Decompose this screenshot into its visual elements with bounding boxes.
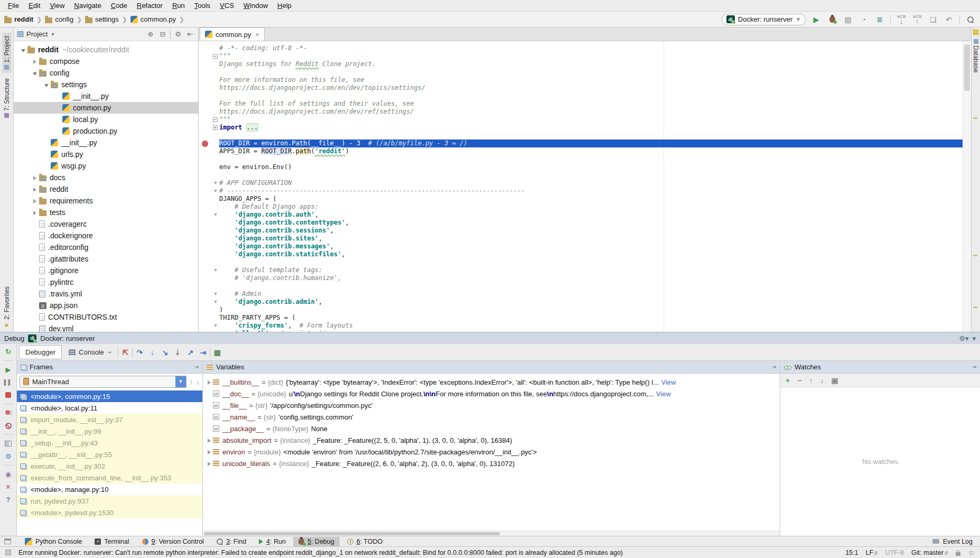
tree-expand-arrow[interactable] — [31, 57, 39, 66]
breakpoint-icon[interactable] — [202, 141, 208, 147]
fold-marker[interactable]: − — [211, 116, 219, 124]
editor-gutter[interactable] — [199, 330, 211, 332]
resume-button[interactable]: ▶ — [4, 365, 13, 374]
search-everywhere-button[interactable] — [965, 14, 976, 25]
tree-item-gitattributes[interactable]: .gitattributes — [14, 253, 198, 265]
tree-item-gitignore[interactable]: .gitignore — [14, 265, 198, 276]
tool-stripe-structure[interactable]: 7: Structure — [3, 78, 11, 118]
tool-window-tab-debug[interactable]: 5: Debug — [293, 537, 340, 546]
hide-panel-icon[interactable]: ▾ — [972, 334, 976, 342]
settings-gear-icon[interactable]: ⚙ — [4, 452, 13, 461]
fold-marker[interactable] — [211, 179, 219, 187]
duplicate-watch-button[interactable]: ▣ — [831, 376, 838, 385]
close-icon[interactable]: × — [255, 31, 259, 39]
tree-item-compose[interactable]: compose — [14, 55, 198, 67]
status-icon[interactable] — [5, 550, 11, 555]
caret-position[interactable]: 15:1 — [845, 549, 858, 556]
hide-icon[interactable]: ⇥ — [771, 364, 776, 370]
editor-gutter[interactable] — [199, 322, 211, 330]
editor-gutter[interactable] — [199, 211, 211, 219]
tree-item-commonpy[interactable]: common.py — [14, 102, 198, 114]
code-line[interactable] — [199, 92, 963, 100]
code-line[interactable]: # 'django.contrib.humanize', — [199, 274, 963, 282]
code-line[interactable] — [199, 282, 963, 290]
editor-scrollbar[interactable] — [963, 41, 971, 332]
tool-stripe-favorites[interactable]: 2: Favorites ★ — [0, 286, 13, 329]
menu-item-edit[interactable]: Edit — [24, 1, 45, 11]
editor-gutter[interactable] — [199, 298, 211, 306]
run-configuration-select[interactable]: dj Docker: runserver ▼ — [722, 14, 806, 25]
frame-row[interactable]: <module>, pydevd.py:1530 — [17, 507, 202, 518]
editor-gutter[interactable] — [199, 92, 211, 100]
step-out-button[interactable]: ↗ — [184, 348, 196, 357]
frame-row[interactable]: execute_from_command_line, __init__.py:3… — [17, 472, 202, 483]
variable-row[interactable]: ab__doc__={unicode}u'\nDjango settings f… — [203, 388, 780, 399]
tree-item-dockerignore[interactable]: .dockerignore — [14, 230, 198, 241]
editor-gutter[interactable] — [199, 195, 211, 203]
chevron-down-icon[interactable]: ▼ — [175, 376, 186, 387]
editor-gutter[interactable] — [199, 250, 211, 258]
tree-item-localpy[interactable]: local.py — [14, 114, 198, 125]
code-line[interactable] — [199, 155, 963, 163]
tool-window-tab-find[interactable]: 3: Find — [211, 537, 251, 546]
breadcrumb-item-commonpy[interactable]: common.py — [130, 15, 176, 23]
editor-gutter[interactable] — [199, 155, 211, 163]
frame-row[interactable]: _setup, __init__.py:43 — [17, 437, 202, 449]
editor-gutter[interactable] — [199, 147, 211, 155]
scrollbar-thumb[interactable] — [204, 532, 500, 535]
view-link[interactable]: View — [656, 390, 671, 398]
editor-gutter[interactable] — [199, 179, 211, 187]
editor-gutter[interactable] — [199, 282, 211, 290]
tree-item-tests[interactable]: tests — [14, 207, 198, 218]
editor-gutter[interactable] — [199, 274, 211, 282]
fold-marker[interactable]: + — [211, 124, 219, 132]
view-link[interactable]: View — [661, 378, 676, 386]
collapse-all-button[interactable]: ⊟ — [158, 30, 167, 38]
pause-button[interactable]: ▌▌ — [4, 378, 13, 387]
code-line[interactable]: ) — [199, 306, 963, 314]
frame-row[interactable]: <module>, common.py:15 — [17, 390, 202, 402]
vcs-commit-button[interactable]: VCS↑ — [912, 14, 922, 25]
code-line[interactable]: For the full list of settings and their … — [199, 100, 963, 108]
code-line[interactable]: 'django.contrib.sessions', — [199, 227, 963, 235]
rerun-button[interactable]: ↻ — [4, 347, 13, 356]
fold-marker[interactable] — [211, 266, 219, 274]
editor-gutter[interactable] — [199, 84, 211, 92]
code-line[interactable]: +import ... — [199, 124, 963, 132]
settings-gear-icon[interactable]: ⚙ — [173, 30, 183, 38]
tree-expand-arrow[interactable] — [31, 69, 39, 77]
fold-marker[interactable] — [211, 211, 219, 219]
tool-window-tab-python-console[interactable]: Python Console — [20, 537, 87, 546]
editor[interactable]: common.py × # -*- coding: utf-8 -*-−"""D… — [199, 27, 971, 332]
code-line[interactable]: DJANGO_APPS = ( — [199, 195, 963, 203]
code-line[interactable] — [199, 171, 963, 179]
editor-gutter[interactable] — [199, 243, 211, 250]
mute-breakpoints-button[interactable] — [4, 421, 13, 430]
tree-item-settings[interactable]: settings — [14, 79, 198, 90]
code-line[interactable]: # Default Django apps: — [199, 203, 963, 211]
editor-gutter[interactable] — [199, 52, 211, 60]
variable-row[interactable]: ab__name__={str}'config.settings.common' — [203, 411, 780, 423]
frame-row[interactable]: __init__, __init__.py:99 — [17, 425, 202, 437]
hector-inspection-icon[interactable]: ☺ — [968, 548, 975, 556]
editor-gutter[interactable] — [199, 124, 211, 132]
editor-gutter[interactable] — [199, 132, 211, 140]
run-button[interactable]: ▶ — [811, 14, 822, 25]
file-encoding[interactable]: UTF-8 — [885, 549, 904, 556]
locate-file-button[interactable]: ⊕ — [146, 30, 155, 38]
evaluate-expression-button[interactable]: ▦ — [211, 348, 223, 357]
fold-marker[interactable] — [211, 290, 219, 298]
tree-expand-arrow[interactable] — [31, 173, 39, 182]
recent-changes-button[interactable]: ❏ — [928, 14, 938, 25]
tree-item-devyml[interactable]: dev.yml — [14, 323, 198, 332]
code-line[interactable]: 'crispy_forms', # Form layouts — [199, 322, 963, 330]
tool-windows-toggle-icon[interactable] — [4, 538, 11, 544]
breadcrumb-item-reddit[interactable]: reddit — [4, 15, 33, 23]
warning-stripe-mark[interactable] — [973, 306, 977, 308]
code-line[interactable]: 'allauth', # registration — [199, 330, 963, 332]
code-line[interactable] — [199, 68, 963, 76]
run-to-cursor-button[interactable]: ⇥ — [197, 348, 209, 357]
close-button[interactable]: ✕ — [4, 482, 13, 491]
code-line[interactable]: APPS_DIR = ROOT_DIR.path('reddit') — [199, 147, 963, 155]
editor-gutter[interactable] — [199, 108, 211, 116]
